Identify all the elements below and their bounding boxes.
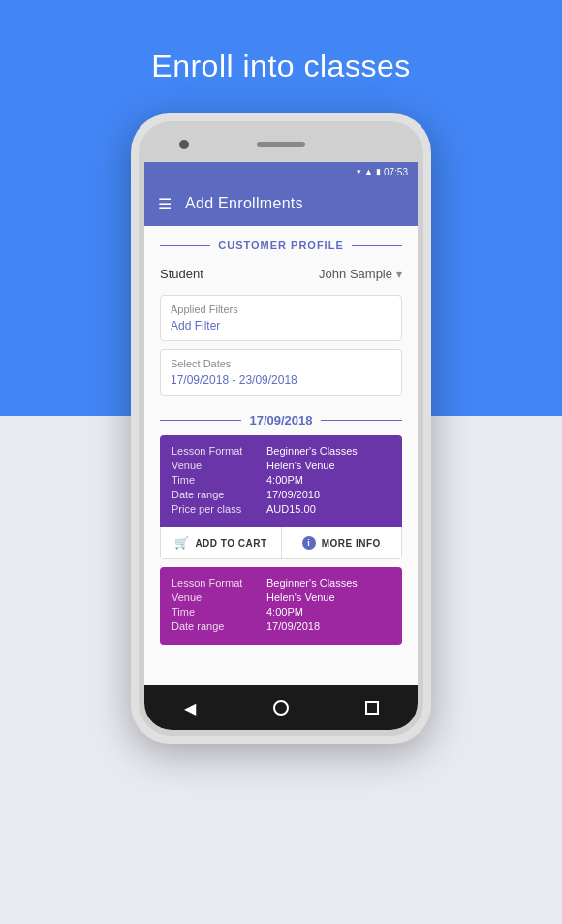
time-row-2: Time 4:00PM (172, 606, 390, 618)
date-range-key-2: Date range (172, 621, 259, 632)
cart-icon: 🛒 (174, 536, 190, 550)
filters-box: Applied Filters Add Filter (160, 295, 402, 341)
date-range-key-1: Date range (172, 489, 259, 500)
add-to-cart-label: ADD TO CART (195, 538, 266, 549)
venue-val-2: Helen's Venue (266, 591, 335, 603)
back-icon: ◀ (184, 699, 196, 717)
lesson-format-row-2: Lesson Format Beginner's Classes (172, 577, 390, 589)
time-row-1: Time 4:00PM (172, 474, 390, 486)
section-header: CUSTOMER PROFILE (144, 226, 418, 261)
status-icons: ▾ ▲ ▮ 07:53 (357, 167, 408, 177)
card-actions-1: 🛒 ADD TO CART i MORE INFO (160, 527, 402, 559)
time-key-1: Time (172, 474, 259, 486)
date-range-val-2: 17/09/2018 (266, 621, 320, 632)
nav-back-button[interactable]: ◀ (171, 688, 209, 727)
time-key-2: Time (172, 606, 259, 618)
class-card-1: Lesson Format Beginner's Classes Venue H… (160, 435, 402, 559)
lesson-format-row-1: Lesson Format Beginner's Classes (172, 445, 390, 457)
more-info-label: MORE INFO (322, 538, 381, 549)
price-key-1: Price per class (172, 503, 259, 515)
nav-home-button[interactable] (262, 688, 300, 727)
date-range-row-2: Date range 17/09/2018 (172, 621, 390, 632)
more-info-button[interactable]: i MORE INFO (282, 527, 402, 558)
date-heading-line-right (321, 420, 402, 421)
section-line-right (352, 245, 402, 246)
status-bar: ▾ ▲ ▮ 07:53 (144, 162, 418, 181)
page-title: Enroll into classes (151, 48, 410, 84)
class-card-1-body: Lesson Format Beginner's Classes Venue H… (160, 435, 402, 527)
lesson-format-key-2: Lesson Format (172, 577, 259, 589)
filters-label: Applied Filters (171, 303, 391, 315)
venue-row-1: Venue Helen's Venue (172, 460, 390, 471)
phone-screen: ▾ ▲ ▮ 07:53 ☰ Add Enrollments CUSTOMER P… (144, 162, 418, 730)
time-val-2: 4:00PM (266, 606, 303, 618)
wifi-icon: ▾ (357, 167, 361, 176)
home-icon (273, 700, 289, 716)
lesson-format-key-1: Lesson Format (172, 445, 259, 457)
price-row-1: Price per class AUD15.00 (172, 503, 390, 515)
section-line-left (160, 245, 210, 246)
date-box: Select Dates 17/09/2018 - 23/09/2018 (160, 349, 402, 396)
customer-profile-heading: CUSTOMER PROFILE (218, 239, 343, 251)
venue-val-1: Helen's Venue (266, 460, 335, 471)
lesson-format-val-2: Beginner's Classes (266, 577, 358, 589)
time-val-1: 4:00PM (266, 474, 303, 486)
add-filter-link[interactable]: Add Filter (171, 319, 391, 333)
date-heading: 17/09/2018 (144, 405, 418, 435)
app-bar-title: Add Enrollments (185, 195, 303, 212)
date-heading-line-left (160, 420, 241, 421)
date-range-value[interactable]: 17/09/2018 - 23/09/2018 (171, 373, 391, 387)
date-heading-text: 17/09/2018 (249, 413, 312, 428)
app-bar: ☰ Add Enrollments (144, 181, 418, 226)
venue-key-2: Venue (172, 591, 259, 603)
status-time: 07:53 (384, 167, 408, 177)
phone-top-bar (144, 127, 418, 162)
lesson-format-val-1: Beginner's Classes (266, 445, 358, 457)
phone-shell: ▾ ▲ ▮ 07:53 ☰ Add Enrollments CUSTOMER P… (131, 113, 431, 744)
battery-icon: ▮ (376, 167, 381, 176)
bottom-nav: ◀ (144, 685, 418, 730)
dropdown-arrow-icon: ▾ (396, 268, 402, 281)
add-to-cart-button[interactable]: 🛒 ADD TO CART (161, 527, 282, 558)
hamburger-icon[interactable]: ☰ (158, 195, 172, 213)
student-label: Student (160, 267, 203, 281)
recent-icon (365, 701, 379, 715)
date-range-row-1: Date range 17/09/2018 (172, 489, 390, 500)
class-card-2-body: Lesson Format Beginner's Classes Venue H… (160, 567, 402, 645)
venue-key-1: Venue (172, 460, 259, 471)
student-row: Student John Sample ▾ (144, 261, 418, 291)
content-area: CUSTOMER PROFILE Student John Sample ▾ A… (144, 226, 418, 685)
info-icon: i (302, 536, 316, 550)
venue-row-2: Venue Helen's Venue (172, 591, 390, 603)
class-card-2: Lesson Format Beginner's Classes Venue H… (160, 567, 402, 645)
signal-icon: ▲ (364, 167, 373, 176)
date-box-label: Select Dates (171, 358, 391, 369)
nav-recent-button[interactable] (353, 688, 391, 727)
camera (179, 140, 189, 149)
speaker (257, 142, 305, 147)
price-val-1: AUD15.00 (266, 503, 316, 515)
student-dropdown[interactable]: John Sample ▾ (319, 267, 402, 281)
student-value: John Sample (319, 267, 392, 281)
date-range-val-1: 17/09/2018 (266, 489, 320, 500)
